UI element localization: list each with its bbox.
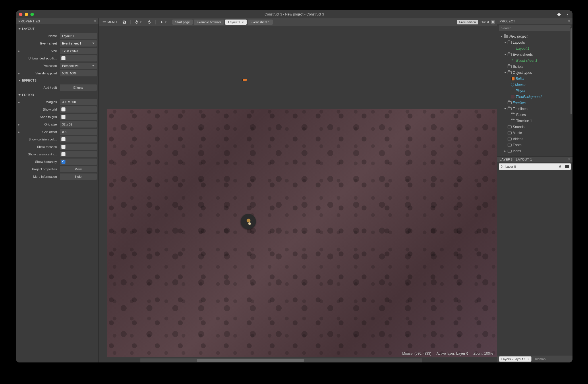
view-project-properties-button[interactable]: View <box>60 166 97 172</box>
right-bottom-tabs: Layers - Layout 1 × Tilemap <box>497 356 572 362</box>
tree-timelines[interactable]: Timelines <box>498 106 571 112</box>
menu-button[interactable]: MENU <box>100 20 118 25</box>
prop-event-sheet-select[interactable]: Event sheet 1 <box>60 40 97 47</box>
tiled-bg-icon <box>511 95 514 99</box>
prop-projection-label: Projection <box>22 64 58 67</box>
prop-collision-checkbox[interactable] <box>60 136 97 142</box>
tree-obj-player[interactable]: Player <box>498 88 571 94</box>
tree-obj-tiled[interactable]: TiledBackground <box>498 94 571 100</box>
minimize-window-button[interactable] <box>25 13 28 16</box>
redo-button[interactable] <box>146 20 153 25</box>
prop-margins-input[interactable]: 300 x 300 <box>60 99 97 105</box>
prop-unbounded-checkbox[interactable] <box>60 55 97 61</box>
close-properties-icon[interactable]: × <box>94 19 96 23</box>
close-layers-panel-icon[interactable]: × <box>568 157 570 161</box>
prop-hierarchy-checkbox[interactable] <box>60 159 97 165</box>
section-editor[interactable]: EDITOR <box>18 91 97 98</box>
avatar-icon <box>491 20 495 24</box>
tree-eases[interactable]: Eases <box>498 112 571 118</box>
prop-projection-select[interactable]: Perspective <box>60 63 97 69</box>
tree-fonts[interactable]: Fonts <box>498 142 571 148</box>
tab-layout-1[interactable]: Layout 1 × <box>225 20 247 25</box>
layer-0-row[interactable]: 0 Layer 0 <box>499 163 571 170</box>
horizontal-scrollbar[interactable] <box>140 358 422 362</box>
project-tree-scrollbar[interactable] <box>570 27 572 156</box>
prop-snap-grid-checkbox[interactable] <box>60 114 97 120</box>
caret-down-icon <box>18 94 21 96</box>
prop-event-sheet-label: Event sheet <box>22 42 58 45</box>
tree-layout-1[interactable]: Layout 1 <box>498 45 571 51</box>
prop-size-label: Size <box>22 49 58 53</box>
prop-meshes-checkbox[interactable] <box>60 144 97 150</box>
bullet-object-instance[interactable] <box>242 79 247 81</box>
account-button[interactable]: Guest <box>481 20 495 24</box>
close-project-panel-icon[interactable]: × <box>568 19 570 23</box>
tree-obj-mouse[interactable]: Mouse <box>498 82 571 88</box>
help-button[interactable]: Help <box>60 173 97 180</box>
prop-translucent-checkbox[interactable] <box>60 151 97 157</box>
tab-example-browser[interactable]: Example browser <box>194 20 224 25</box>
project-panel-header: PROJECT × <box>497 18 572 24</box>
tree-icons[interactable]: Icons <box>498 148 571 154</box>
main-toolbar: MENU Start page <box>99 18 497 26</box>
expand-icon[interactable]: ▸ <box>18 101 20 104</box>
prop-name-label: Name <box>22 34 58 38</box>
layers-panel-header: LAYERS - LAYOUT 1 × <box>497 157 572 162</box>
app-window: Construct 3 - New project - Construct 3 … <box>16 10 572 362</box>
tree-layouts[interactable]: Layouts <box>498 39 571 45</box>
chevron-down-icon <box>140 22 142 23</box>
properties-panel: PROPERTIES × LAYOUT Name Layout 1 Event … <box>16 18 99 362</box>
titlebar: Construct 3 - New project - Construct 3 … <box>16 10 572 18</box>
canvas-status-bar: Mouse: (530, -333) Active layer: Layer 0… <box>402 352 493 356</box>
lock-icon[interactable] <box>558 165 562 169</box>
section-layout[interactable]: LAYOUT <box>18 25 97 32</box>
maximize-window-button[interactable] <box>30 13 34 16</box>
window-controls <box>19 13 34 16</box>
save-button[interactable] <box>121 20 128 25</box>
tree-scripts[interactable]: Scripts <box>498 63 571 70</box>
close-window-button[interactable] <box>19 13 22 16</box>
expand-icon[interactable]: ▸ <box>18 130 20 134</box>
edition-badge[interactable]: Free edition <box>457 20 478 24</box>
tree-music[interactable]: Music <box>498 130 571 136</box>
tab-event-sheet-1[interactable]: Event sheet 1 <box>248 20 273 25</box>
tree-sounds[interactable]: Sounds <box>498 124 571 130</box>
tree-event-sheets[interactable]: Event sheets <box>498 51 571 57</box>
prop-vanishing-input[interactable]: 50%, 50% <box>60 70 97 76</box>
effects-button[interactable]: Effects <box>60 84 97 91</box>
tree-families[interactable]: Families <box>498 100 571 106</box>
mouse-icon <box>511 83 514 86</box>
close-tab-icon[interactable]: × <box>242 20 243 24</box>
section-effects[interactable]: EFFECTS <box>18 77 97 84</box>
prop-show-grid-checkbox[interactable] <box>60 106 97 113</box>
tree-object-types[interactable]: Object types <box>498 70 571 76</box>
bullet-icon <box>511 77 514 80</box>
tree-obj-bullet[interactable]: Bullet <box>498 76 571 82</box>
extensions-icon[interactable] <box>557 12 561 16</box>
tree-root[interactable]: New project <box>498 33 571 39</box>
caret-down-icon <box>18 28 21 30</box>
play-button[interactable] <box>158 20 168 25</box>
prop-size-input[interactable]: 1708 x 960 <box>60 48 97 54</box>
tab-start-page[interactable]: Start page <box>172 20 193 25</box>
more-menu-icon[interactable]: ⋮ <box>565 12 570 17</box>
prop-name-input[interactable]: Layout 1 <box>60 33 97 39</box>
visibility-toggle-icon[interactable] <box>565 165 569 169</box>
tree-timeline-1[interactable]: Timeline 1 <box>498 118 571 124</box>
bottom-tab-tilemap[interactable]: Tilemap <box>534 357 546 361</box>
tiled-background-instance[interactable] <box>107 109 497 357</box>
tree-videos[interactable]: Videos <box>498 136 571 142</box>
expand-icon[interactable]: ▸ <box>18 72 20 75</box>
prop-grid-size-input[interactable]: 32 x 32 <box>60 121 97 128</box>
project-search-input[interactable]: Search <box>499 25 571 31</box>
close-tab-icon[interactable]: × <box>527 357 529 361</box>
tree-event-sheet-1[interactable]: Event sheet 1 <box>498 57 571 63</box>
caret-down-icon <box>18 80 21 81</box>
layout-canvas[interactable]: Mouse: (530, -333) Active layer: Layer 0… <box>99 26 497 362</box>
expand-icon[interactable]: ▸ <box>18 123 20 126</box>
layers-panel: LAYERS - LAYOUT 1 × 0 Layer 0 Layers - L… <box>497 157 572 362</box>
expand-icon[interactable]: ▸ <box>18 49 20 53</box>
bottom-tab-layers[interactable]: Layers - Layout 1 × <box>499 356 531 362</box>
prop-grid-offset-input[interactable]: 0, 0 <box>60 129 97 135</box>
undo-button[interactable] <box>133 20 143 25</box>
